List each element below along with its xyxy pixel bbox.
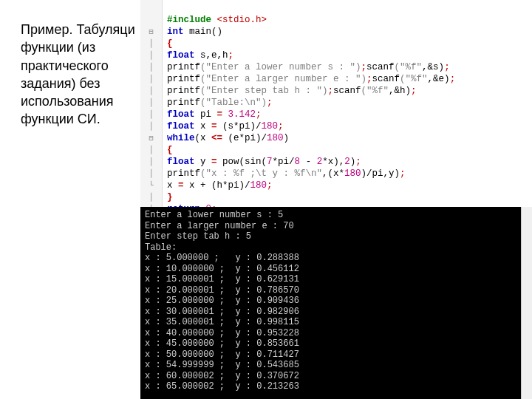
desc-line: функции СИ. xyxy=(21,112,100,126)
desc-line: практического xyxy=(21,58,109,73)
console-line: x : 25.000000 ; y : 0.909436 xyxy=(145,296,299,306)
console-line: x : 10.000000 ; y : 0.456112 xyxy=(145,264,299,274)
console-line: x : 5.000000 ; y : 0.288388 xyxy=(145,253,299,263)
code-editor: ⊟ │ │ │ │ │ │ │ │ ⊟ │ │ │ └ │ └ #include… xyxy=(140,0,532,207)
scrollbar[interactable] xyxy=(521,207,532,399)
console-line: x : 40.000000 ; y : 0.953228 xyxy=(145,328,299,338)
console-line: x : 30.000001 ; y : 0.982906 xyxy=(145,307,299,317)
console-line: Enter a lower number s : 5 xyxy=(145,210,283,220)
console-line: Table: xyxy=(145,242,177,253)
code-content[interactable]: #include <stdio.h> int main() { float s,… xyxy=(163,0,532,207)
console-line: x : 20.000001 ; y : 0.786570 xyxy=(145,285,299,296)
console-line: x : 50.000000 ; y : 0.711427 xyxy=(145,349,299,360)
console-line: x : 65.000002 ; y : 0.213263 xyxy=(145,381,299,392)
desc-line: задания) без xyxy=(21,76,100,91)
console-line: x : 45.000000 ; y : 0.853661 xyxy=(145,338,299,349)
console-line: Enter step tab h : 5 xyxy=(145,231,251,242)
console-line: x : 15.000001 ; y : 0.629131 xyxy=(145,274,299,284)
console-line: x : 35.000001 ; y : 0.998115 xyxy=(145,317,299,327)
console-line: x : 60.000002 ; y : 0.370672 xyxy=(145,371,299,381)
fold-minus-icon[interactable]: ⊟ xyxy=(140,132,162,144)
desc-line: Пример. Табуляци xyxy=(21,22,135,37)
desc-line: функции (из xyxy=(21,40,95,55)
console-line: x : 54.999999 ; y : 0.543685 xyxy=(145,360,299,370)
description-text: Пример. Табуляци функции (из практическо… xyxy=(21,21,146,129)
console-line: Enter a larger number e : 70 xyxy=(145,221,294,231)
console-output: Enter a lower number s : 5 Enter a large… xyxy=(140,207,522,399)
desc-line: использования xyxy=(21,94,113,109)
